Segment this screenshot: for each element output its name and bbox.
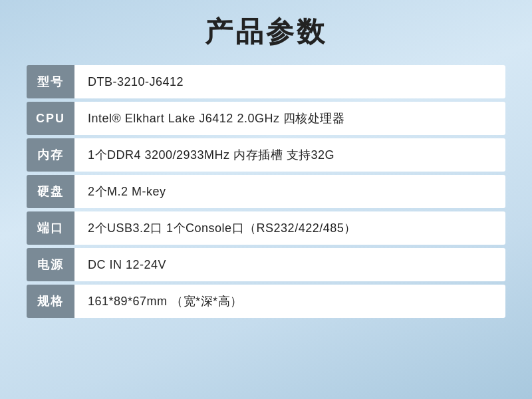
spec-row: CPUIntel® Elkhart Lake J6412 2.0GHz 四核处理… <box>27 102 505 135</box>
spec-value-2: 1个DDR4 3200/2933MHz 内存插槽 支持32G <box>74 138 505 172</box>
spec-label-6: 规格 <box>27 285 74 318</box>
spec-value-0: DTB-3210-J6412 <box>74 65 505 98</box>
spec-value-5: DC IN 12-24V <box>74 248 505 281</box>
spec-value-6: 161*89*67mm （宽*深*高） <box>74 285 505 318</box>
spec-row: 端口2个USB3.2口 1个Console口（RS232/422/485） <box>27 211 505 245</box>
spec-value-3: 2个M.2 M-key <box>74 175 505 208</box>
spec-label-0: 型号 <box>27 65 74 98</box>
spec-row: 型号DTB-3210-J6412 <box>27 65 505 98</box>
spec-value-4: 2个USB3.2口 1个Console口（RS232/422/485） <box>74 211 505 245</box>
page-title: 产品参数 <box>205 13 327 51</box>
spec-label-1: CPU <box>27 102 74 135</box>
spec-label-4: 端口 <box>27 211 74 245</box>
spec-row: 硬盘2个M.2 M-key <box>27 175 505 208</box>
spec-label-2: 内存 <box>27 138 74 172</box>
spec-row: 电源DC IN 12-24V <box>27 248 505 281</box>
spec-value-1: Intel® Elkhart Lake J6412 2.0GHz 四核处理器 <box>74 102 505 135</box>
spec-table: 型号DTB-3210-J6412CPUIntel® Elkhart Lake J… <box>27 65 505 321</box>
spec-label-5: 电源 <box>27 248 74 281</box>
spec-row: 内存1个DDR4 3200/2933MHz 内存插槽 支持32G <box>27 138 505 172</box>
spec-label-3: 硬盘 <box>27 175 74 208</box>
spec-row: 规格161*89*67mm （宽*深*高） <box>27 285 505 318</box>
